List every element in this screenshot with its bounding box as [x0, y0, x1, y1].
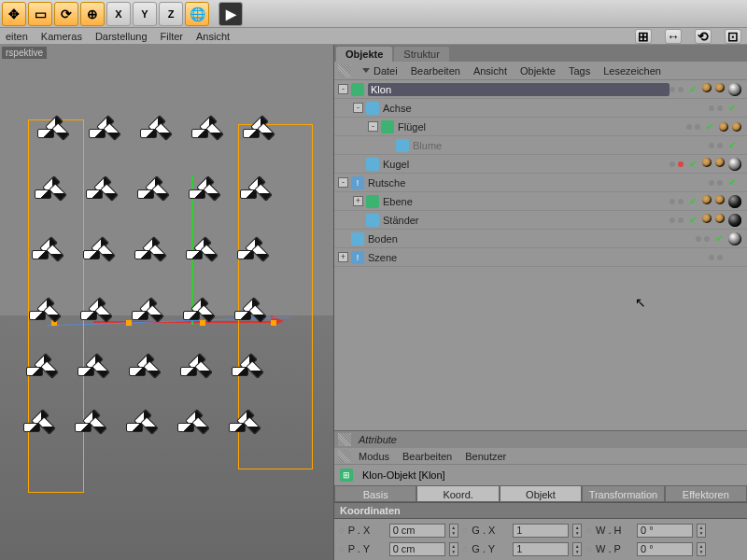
expand-toggle[interactable]: -	[368, 121, 378, 132]
object-name[interactable]: Achse	[383, 103, 709, 114]
tree-row[interactable]: +!Szene	[334, 248, 747, 267]
3d-viewport[interactable]: rspektive	[0, 45, 334, 560]
expand-toggle[interactable]: -	[338, 177, 348, 188]
tag-icon[interactable]	[719, 122, 728, 132]
tag-icon[interactable]	[702, 83, 712, 92]
viewport-nav-icon[interactable]: ⟲	[695, 29, 712, 44]
check-icon[interactable]: ✔	[728, 103, 736, 113]
move-tool-button[interactable]: ✥	[2, 2, 26, 26]
check-icon[interactable]: ✔	[706, 121, 713, 132]
coord-input[interactable]	[513, 524, 569, 538]
expand-toggle[interactable]: -	[353, 103, 363, 113]
visibility-dot[interactable]	[686, 124, 692, 130]
coord-input[interactable]	[637, 524, 693, 538]
axis-z-button[interactable]: Z	[159, 2, 183, 26]
visibility-dot[interactable]	[717, 180, 723, 186]
atab-basis[interactable]: Basis	[334, 485, 416, 502]
spinner-icon[interactable]: ▲▼	[697, 524, 706, 538]
menu-item[interactable]: Datei	[374, 65, 398, 77]
tool-button-2[interactable]: ▭	[28, 2, 52, 26]
tree-row[interactable]: -Klon✔	[334, 80, 747, 99]
menu-item[interactable]: Kameras	[41, 31, 82, 42]
object-name[interactable]: Ebene	[383, 196, 669, 207]
dropdown-icon[interactable]	[362, 68, 370, 73]
menu-item[interactable]: Darstellung	[95, 31, 148, 42]
menu-item[interactable]: Ansicht	[196, 31, 230, 42]
tag-icon[interactable]	[732, 122, 741, 132]
menu-item[interactable]: eiten	[6, 31, 28, 42]
rotate-tool-button[interactable]: ⟳	[54, 2, 78, 26]
menu-item[interactable]: Bearbeiten	[411, 65, 460, 77]
tree-row[interactable]: -Flügel✔	[334, 118, 747, 136]
spinner-icon[interactable]: ▲▼	[449, 542, 458, 556]
viewport-nav-icon[interactable]: ↔	[665, 29, 682, 44]
coord-input[interactable]	[389, 524, 445, 538]
visibility-dot[interactable]	[678, 87, 684, 92]
visibility-dot[interactable]	[717, 143, 723, 148]
world-axis-button[interactable]: 🌐	[185, 2, 209, 26]
visibility-dot[interactable]	[669, 199, 675, 204]
visibility-dot[interactable]	[709, 143, 714, 148]
visibility-dot[interactable]	[678, 217, 684, 223]
menu-item[interactable]: Bearbeiten	[402, 451, 452, 462]
object-name[interactable]: Szene	[368, 252, 709, 263]
menu-item[interactable]: Benutzer	[465, 451, 506, 462]
atab-transformation[interactable]: Transformation	[582, 485, 664, 502]
tree-row[interactable]: -!Rutsche✔	[334, 174, 747, 192]
tag-icon[interactable]	[728, 214, 741, 227]
tag-icon[interactable]	[728, 158, 741, 171]
tree-row[interactable]: Blume✔	[334, 136, 747, 155]
tag-icon[interactable]	[715, 83, 725, 92]
tag-icon[interactable]	[702, 158, 712, 167]
coord-input[interactable]	[389, 542, 445, 556]
panel-grip-icon[interactable]	[338, 64, 351, 77]
visibility-dot[interactable]	[696, 236, 701, 242]
visibility-dot[interactable]	[709, 105, 714, 111]
object-name[interactable]: Ständer	[383, 215, 669, 226]
visibility-dot[interactable]	[717, 255, 723, 260]
object-name[interactable]: Rutsche	[368, 177, 709, 189]
tag-icon[interactable]	[702, 195, 712, 204]
tag-icon[interactable]	[728, 195, 741, 208]
menu-item[interactable]: Tags	[569, 65, 590, 77]
visibility-dot[interactable]	[678, 161, 684, 167]
atab-koord[interactable]: Koord.	[416, 485, 499, 502]
expand-toggle[interactable]: -	[338, 84, 348, 94]
render-button[interactable]: ▶	[218, 2, 243, 26]
visibility-dot[interactable]	[709, 180, 714, 186]
object-name[interactable]: Flügel	[398, 121, 686, 133]
check-icon[interactable]: ✔	[689, 84, 697, 94]
menu-item[interactable]: Modus	[359, 451, 389, 462]
check-icon[interactable]: ✔	[689, 196, 697, 206]
object-name[interactable]: Kugel	[383, 159, 669, 170]
scale-tool-button[interactable]: ⊕	[80, 2, 105, 26]
visibility-dot[interactable]	[704, 236, 710, 242]
visibility-dot[interactable]	[669, 161, 675, 167]
spinner-icon[interactable]: ▲▼	[697, 542, 706, 556]
visibility-dot[interactable]	[669, 87, 675, 92]
panel-grip-icon[interactable]	[338, 433, 351, 446]
viewport-nav-icon[interactable]: ⊞	[635, 29, 652, 44]
spinner-icon[interactable]: ▲▼	[449, 524, 458, 538]
tab-objekte[interactable]: Objekte	[336, 47, 392, 62]
expand-toggle[interactable]: +	[353, 196, 363, 206]
panel-grip-icon[interactable]	[338, 450, 351, 463]
object-name[interactable]: Boden	[368, 233, 696, 245]
visibility-dot[interactable]	[669, 217, 675, 223]
tag-icon[interactable]	[715, 158, 725, 167]
tag-icon[interactable]	[715, 195, 725, 204]
spinner-icon[interactable]: ▲▼	[572, 542, 582, 556]
menu-item[interactable]: Lesezeichen	[603, 65, 661, 77]
tree-row[interactable]: Boden✔	[334, 230, 747, 248]
tag-icon[interactable]	[702, 214, 712, 223]
tab-struktur[interactable]: Struktur	[394, 47, 449, 62]
tag-icon[interactable]	[715, 214, 725, 223]
object-name[interactable]: Klon	[368, 83, 669, 96]
menu-item[interactable]: Objekte	[520, 65, 556, 77]
check-icon[interactable]: ✔	[728, 140, 736, 150]
visibility-dot[interactable]	[717, 105, 723, 111]
object-tree[interactable]: -Klon✔-Achse✔-Flügel✔Blume✔Kugel✔-!Rutsc…	[334, 80, 747, 430]
spinner-icon[interactable]: ▲▼	[572, 524, 582, 538]
atab-effektoren[interactable]: Effektoren	[665, 485, 747, 502]
menu-item[interactable]: Filter	[161, 31, 183, 42]
